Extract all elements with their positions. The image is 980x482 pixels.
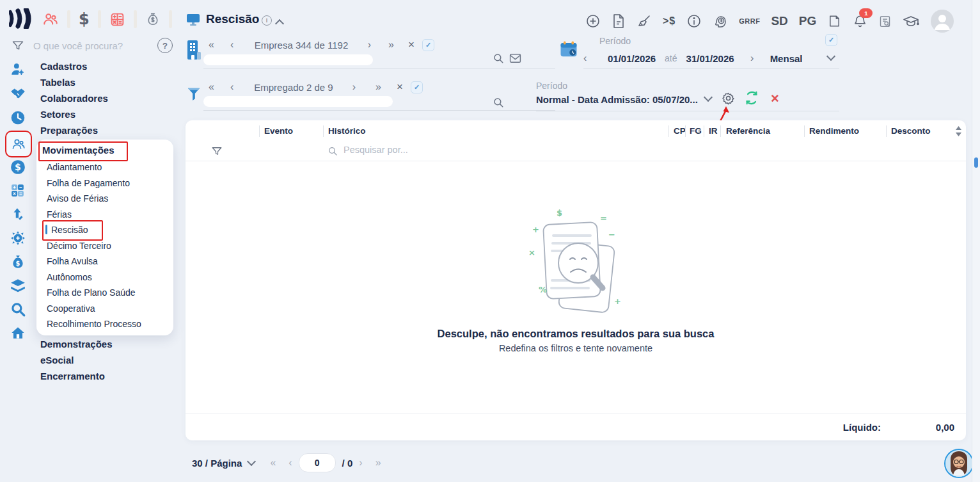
submenu-item-autonomos[interactable]: Autônomos bbox=[47, 272, 92, 282]
settings-gear-icon[interactable] bbox=[722, 92, 735, 105]
column-header-ir[interactable]: IR bbox=[709, 126, 718, 136]
period-type-value[interactable]: Normal - Data Admissão: 05/07/20... bbox=[536, 94, 698, 105]
submenu-item-decimo-terceiro[interactable]: Décimo Terceiro bbox=[47, 241, 111, 251]
support-chat-avatar[interactable] bbox=[944, 449, 974, 478]
employee-prev-icon[interactable]: ‹ bbox=[230, 81, 251, 93]
money-bag-icon[interactable]: $ bbox=[10, 253, 26, 270]
column-header-referencia[interactable]: Referência bbox=[726, 126, 770, 136]
filter-icon[interactable] bbox=[12, 39, 24, 52]
sidebar-item-tabelas[interactable]: Tabelas bbox=[40, 77, 75, 88]
period-mode[interactable]: Mensal bbox=[770, 53, 803, 64]
page-number-input[interactable] bbox=[299, 453, 336, 472]
company-prev-icon[interactable]: ‹ bbox=[230, 39, 251, 51]
page-first-icon[interactable]: « bbox=[270, 457, 276, 469]
handshake-icon[interactable] bbox=[10, 85, 26, 102]
period-type-dropdown-icon[interactable] bbox=[704, 93, 713, 102]
employee-search-icon[interactable] bbox=[493, 97, 504, 108]
submenu-item-folha-avulsa[interactable]: Folha Avulsa bbox=[47, 256, 98, 266]
table-search-input[interactable] bbox=[342, 144, 537, 156]
column-header-historico[interactable]: Histórico bbox=[328, 126, 366, 136]
page-copy-icon[interactable] bbox=[827, 13, 842, 29]
employee-last-icon[interactable]: » bbox=[356, 81, 381, 93]
sidebar-item-setores[interactable]: Setores bbox=[40, 109, 75, 120]
page-next-icon[interactable]: › bbox=[359, 457, 362, 469]
page-last-icon[interactable]: » bbox=[375, 457, 381, 469]
column-header-rendimento[interactable]: Rendimento bbox=[809, 126, 859, 136]
dollar-circle-icon[interactable]: $ bbox=[10, 159, 26, 175]
user-settings-icon[interactable] bbox=[10, 61, 26, 77]
scrollbar-track[interactable] bbox=[972, 0, 980, 482]
help-icon[interactable]: ? bbox=[157, 38, 173, 53]
company-first-icon[interactable]: « bbox=[209, 39, 230, 51]
period-end-date[interactable]: 31/01/2026 bbox=[686, 53, 734, 64]
column-header-fg[interactable]: FG bbox=[690, 126, 702, 136]
clock-icon[interactable] bbox=[10, 109, 26, 126]
info-icon[interactable]: i bbox=[262, 15, 272, 26]
add-icon[interactable] bbox=[585, 13, 601, 29]
column-header-cp[interactable]: CP bbox=[674, 126, 686, 136]
per-page-selector[interactable]: 30 / Página bbox=[192, 458, 242, 469]
company-checkbox[interactable]: ✓ bbox=[422, 39, 434, 51]
sidebar-item-cadastros[interactable]: Cadastros bbox=[40, 61, 87, 72]
period-next-icon[interactable]: › bbox=[734, 52, 770, 64]
sd-icon[interactable]: SD bbox=[771, 13, 787, 29]
broom-icon[interactable] bbox=[636, 13, 652, 29]
employees-quick-icon[interactable] bbox=[42, 11, 59, 28]
per-page-dropdown-icon[interactable] bbox=[247, 457, 256, 466]
submenu-item-cooperativa[interactable]: Cooperativa bbox=[47, 303, 95, 314]
information-icon[interactable] bbox=[686, 13, 702, 29]
employee-checkbox[interactable]: ✓ bbox=[411, 81, 423, 93]
layers-icon[interactable] bbox=[10, 277, 26, 294]
sidebar-item-movimentacoes[interactable]: Movimentações bbox=[42, 145, 115, 156]
grrf-icon[interactable]: GRRF bbox=[739, 13, 760, 29]
submenu-item-folha-pagamento[interactable]: Folha de Pagamento bbox=[47, 178, 130, 188]
user-avatar[interactable] bbox=[930, 9, 954, 33]
table-filter-icon[interactable] bbox=[211, 145, 223, 157]
ai-assistant-icon[interactable] bbox=[713, 13, 728, 29]
sidebar-item-preparacoes[interactable]: Preparações bbox=[40, 125, 98, 136]
collapse-header-icon[interactable] bbox=[275, 19, 284, 28]
employee-next-icon[interactable]: › bbox=[336, 81, 356, 93]
sidebar-item-colaboradores[interactable]: Colaboradores bbox=[40, 93, 108, 104]
column-header-evento[interactable]: Evento bbox=[264, 126, 293, 136]
promotion-arrow-icon[interactable] bbox=[10, 206, 26, 223]
calculator-quick-icon[interactable] bbox=[109, 11, 125, 28]
mail-icon[interactable] bbox=[509, 53, 521, 63]
submenu-item-rescisao[interactable]: Rescisão bbox=[51, 225, 88, 235]
submenu-item-folha-plano-saude[interactable]: Folha de Plano Saúde bbox=[47, 287, 136, 298]
scrollbar-thumb[interactable] bbox=[974, 157, 978, 168]
notifications-bell-icon[interactable]: 1 bbox=[853, 13, 867, 29]
submenu-item-adiantamento[interactable]: Adiantamento bbox=[47, 162, 102, 172]
sort-icon[interactable] bbox=[954, 126, 963, 136]
gear-wheel-icon[interactable] bbox=[10, 230, 26, 246]
table-search-icon[interactable] bbox=[328, 146, 338, 156]
document-icon[interactable] bbox=[612, 13, 626, 29]
sidebar-search-input[interactable] bbox=[32, 40, 153, 52]
submenu-item-aviso-ferias[interactable]: Aviso de Férias bbox=[47, 193, 108, 204]
page-prev-icon[interactable]: ‹ bbox=[288, 457, 292, 469]
calendar-icon[interactable] bbox=[559, 40, 578, 59]
company-next-icon[interactable]: › bbox=[352, 39, 371, 51]
graduation-cap-icon[interactable] bbox=[903, 13, 919, 29]
company-clear-icon[interactable]: × bbox=[394, 38, 415, 51]
column-header-desconto[interactable]: Desconto bbox=[891, 126, 931, 136]
pg-icon[interactable]: PG bbox=[799, 13, 816, 29]
company-search-icon[interactable] bbox=[493, 52, 504, 64]
period-checkbox[interactable]: ✓ bbox=[825, 34, 837, 46]
employee-first-icon[interactable]: « bbox=[209, 81, 230, 93]
filter-funnel-icon[interactable] bbox=[187, 86, 201, 102]
employee-clear-icon[interactable]: × bbox=[381, 81, 403, 93]
period-prev-icon[interactable]: ‹ bbox=[583, 52, 608, 64]
home-icon[interactable] bbox=[10, 325, 26, 341]
company-last-icon[interactable]: » bbox=[371, 39, 394, 51]
period-start-date[interactable]: 01/01/2026 bbox=[608, 53, 656, 64]
sidebar-item-demonstracoes[interactable]: Demonstrações bbox=[40, 339, 113, 349]
sidebar-item-esocial[interactable]: eSocial bbox=[40, 355, 74, 366]
audit-log-icon[interactable] bbox=[878, 13, 892, 29]
sidebar-item-encerramento[interactable]: Encerramento bbox=[40, 371, 105, 382]
submenu-item-recolhimento-processo[interactable]: Recolhimento Processo bbox=[47, 319, 141, 329]
period-mode-dropdown-icon[interactable] bbox=[826, 52, 835, 61]
payroll-dollar-icon[interactable]: $ bbox=[79, 11, 90, 28]
money-bag-quick-icon[interactable] bbox=[145, 11, 161, 28]
money-transfer-icon[interactable]: >$ bbox=[663, 13, 676, 29]
